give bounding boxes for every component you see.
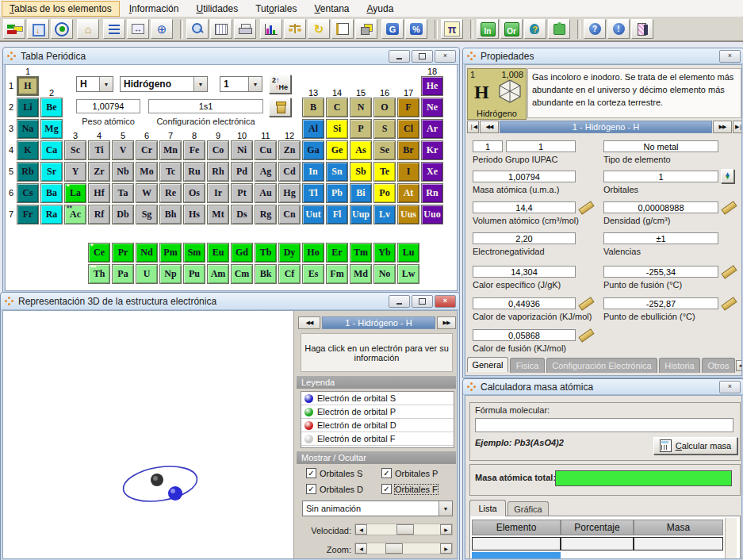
element-cell-cr[interactable]: Cr (136, 140, 158, 160)
periodo-field[interactable]: 1 (473, 140, 503, 152)
volumen-atomico-field[interactable]: 14,4 (473, 201, 576, 213)
element-cell-pb[interactable]: Pb (326, 183, 348, 203)
search-icon[interactable] (186, 19, 209, 39)
element-cell-cl[interactable]: Cl (397, 119, 419, 139)
electronegatividad-field[interactable]: 2,20 (473, 232, 576, 244)
tab-general[interactable]: General (467, 357, 508, 372)
tipo-elemento-field[interactable]: No metal (603, 140, 718, 152)
element-cell-ds[interactable]: Ds (231, 205, 253, 224)
gases-button[interactable]: G (381, 19, 404, 39)
calor-fusion-field[interactable]: 0,05868 (473, 329, 576, 341)
element-cell-er[interactable]: Er (326, 243, 348, 263)
scroll-left-icon[interactable]: ◀ (355, 543, 367, 554)
element-cell-po[interactable]: Po (373, 183, 396, 203)
element-cell-ar[interactable]: Ar (421, 119, 443, 139)
element-symbol-select[interactable]: H ▼ (76, 76, 113, 92)
close-button[interactable]: × (435, 295, 456, 308)
next-element-button[interactable]: ▶▶ (437, 316, 456, 329)
element-cell-be[interactable]: Be (40, 98, 63, 117)
organic-book-icon[interactable]: Or (500, 19, 523, 39)
punto-ebullicion-field[interactable]: -252,87 (603, 297, 718, 309)
element-cell-am[interactable]: Am (207, 264, 229, 284)
element-cell-mt[interactable]: Mt (207, 205, 229, 224)
element-cell-ra[interactable]: Ra (40, 205, 63, 224)
element-name-select[interactable]: Hidrógeno ▼ (120, 76, 208, 92)
tabs-scroll-left[interactable]: ◀ (736, 360, 742, 371)
element-cell-ne[interactable]: Ne (421, 98, 443, 117)
element-cell-bk[interactable]: Bk (255, 264, 277, 284)
element-cell-os[interactable]: Os (183, 183, 205, 203)
viewer3d-viewport[interactable] (3, 311, 293, 558)
target-icon[interactable]: ⊕ (151, 19, 173, 39)
element-cell-cs[interactable]: Cs (17, 183, 39, 203)
element-cell-rf[interactable]: Rf (88, 205, 110, 224)
unit-converter-icon[interactable] (578, 297, 593, 309)
data-table-icon[interactable] (210, 19, 232, 39)
element-cell-uus[interactable]: Uus (397, 205, 419, 224)
element-cell-cd[interactable]: Cd (278, 162, 301, 182)
element-cell-no[interactable]: No (373, 264, 396, 284)
propiedades-titlebar[interactable]: Propiedades × (463, 48, 743, 64)
discard-button[interactable] (269, 98, 291, 117)
exit-icon[interactable] (631, 19, 653, 39)
element-cell-w[interactable]: W (136, 183, 158, 203)
formula-input[interactable] (475, 418, 733, 432)
element-colors-icon[interactable] (3, 19, 25, 39)
animation-select[interactable]: Sin animación ▼ (302, 501, 453, 516)
element-cell-ru[interactable]: Ru (183, 162, 205, 182)
table-cell[interactable] (561, 537, 634, 550)
element-cell-cu[interactable]: Cu (255, 140, 277, 160)
element-cell-fr[interactable]: Fr (17, 205, 39, 224)
menu-tutoriales[interactable]: Tutoriales (247, 1, 304, 17)
help-icon[interactable]: ? (584, 19, 606, 39)
element-cell-tm[interactable]: Tm (350, 243, 372, 263)
chevron-down-icon[interactable]: ▼ (248, 77, 262, 91)
element-cell-fe[interactable]: Fe (183, 140, 205, 160)
close-button[interactable]: × (435, 50, 456, 63)
element-cell-nb[interactable]: Nb (112, 162, 134, 182)
bar-chart-icon[interactable] (260, 19, 282, 39)
element-cell-cm[interactable]: Cm (231, 264, 253, 284)
element-cell-li[interactable]: Li (17, 98, 39, 117)
element-cell-si[interactable]: Si (326, 119, 348, 139)
element-cell-ag[interactable]: Ag (255, 162, 277, 182)
table-cell[interactable] (472, 537, 561, 550)
unit-converter-icon[interactable] (721, 201, 736, 213)
tab-grafica[interactable]: Gráfica (507, 501, 549, 516)
element-cell-ge[interactable]: Ge (326, 140, 348, 160)
element-cell-sn[interactable]: Sn (326, 162, 348, 182)
element-cell-es[interactable]: Es (302, 264, 324, 284)
element-cell-at[interactable]: At (397, 183, 419, 203)
checkbox-icon[interactable]: ✓ (306, 484, 316, 494)
element-cell-o[interactable]: O (373, 98, 396, 117)
element-cell-uut[interactable]: Uut (302, 205, 324, 224)
scroll-right-icon[interactable]: ▶ (440, 524, 452, 535)
element-cell-mg[interactable]: Mg (40, 119, 63, 139)
element-cell-k[interactable]: K (17, 140, 39, 160)
element-cell-co[interactable]: Co (207, 140, 229, 160)
tab-fisica[interactable]: Fisica (510, 358, 545, 373)
element-cell-kr[interactable]: Kr (421, 140, 443, 160)
checkbox-orbitales-p[interactable]: ✓Orbitales P (381, 468, 438, 478)
element-cell-sb[interactable]: Sb (350, 162, 372, 182)
element-cell-pa[interactable]: Pa (112, 264, 134, 284)
close-button[interactable]: × (719, 50, 741, 63)
element-cell-al[interactable]: Al (302, 119, 324, 139)
tab-lista[interactable]: Lista (469, 500, 506, 516)
element-cell-lw[interactable]: Lw (397, 264, 419, 284)
percent-button[interactable]: % (405, 19, 427, 39)
element-cell-he[interactable]: He (421, 76, 443, 96)
viewer3d-titlebar[interactable]: Representación 3D de la estructura elect… (1, 293, 459, 310)
element-cell-cn[interactable]: Cn (278, 205, 301, 224)
export-icon[interactable]: ↓ (27, 19, 49, 39)
element-cell-pd[interactable]: Pd (231, 162, 253, 182)
unit-converter-icon[interactable] (721, 266, 736, 277)
chevron-down-icon[interactable]: ▼ (193, 77, 207, 91)
calor-vaporizacion-field[interactable]: 0,44936 (473, 297, 576, 309)
element-cell-ba[interactable]: Ba (40, 183, 63, 203)
element-cell-te[interactable]: Te (373, 162, 396, 182)
table-cell[interactable] (634, 537, 723, 550)
element-cell-mo[interactable]: Mo (136, 162, 158, 182)
maximize-button[interactable] (412, 50, 433, 63)
element-number-select[interactable]: 1 ▼ (220, 76, 262, 92)
